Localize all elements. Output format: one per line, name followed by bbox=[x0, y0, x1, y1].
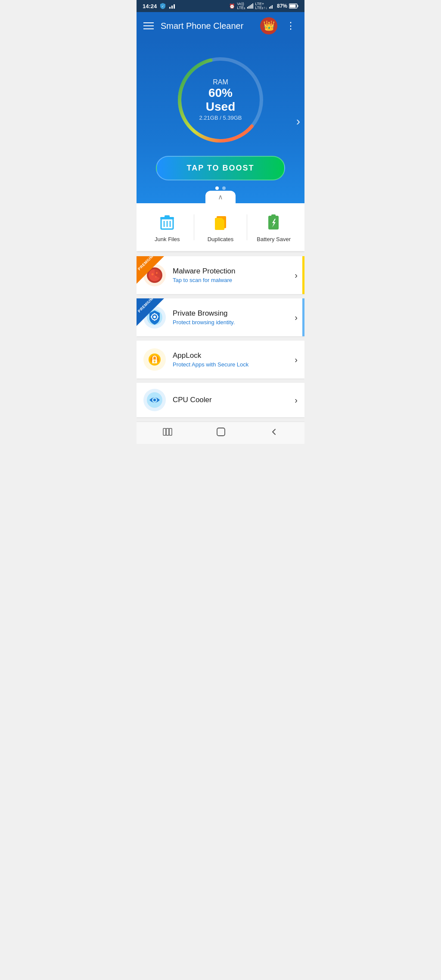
svg-rect-50 bbox=[166, 428, 169, 435]
malware-accent bbox=[302, 256, 304, 294]
svg-point-32 bbox=[155, 276, 157, 278]
signal1-icon bbox=[247, 3, 253, 9]
applock-title: AppLock bbox=[173, 351, 288, 360]
alarm-icon: ⏰ bbox=[229, 3, 235, 9]
applock-icon-wrap bbox=[143, 348, 166, 371]
applock-icon bbox=[146, 351, 163, 368]
svg-rect-3 bbox=[174, 4, 175, 9]
collapse-handle[interactable]: ∧ bbox=[205, 191, 236, 204]
private-browsing-icon-wrap bbox=[143, 306, 166, 329]
more-options-icon[interactable]: ⋮ bbox=[284, 19, 298, 33]
battery-icon bbox=[289, 3, 298, 9]
cpu-cooler-card[interactable]: CPU Cooler › bbox=[137, 383, 304, 417]
battery-percent: 87% bbox=[277, 3, 287, 9]
status-icons: ⏰ Vo))LTE₁ LTE+LTE₂↑↓ 87% bbox=[229, 2, 298, 10]
menu-icon[interactable] bbox=[143, 22, 154, 29]
svg-point-33 bbox=[147, 310, 162, 325]
status-bar: 14:24 ✓ ⏰ Vo))LTE₁ LTE+LTE₂↑↓ 87% bbox=[137, 0, 304, 12]
quick-action-battery-saver[interactable]: Battery Saver bbox=[247, 212, 300, 242]
signal2-icon bbox=[269, 3, 275, 9]
lte2-label: LTE+LTE₂↑↓ bbox=[255, 2, 267, 10]
svg-point-34 bbox=[152, 314, 158, 320]
premium-avatar[interactable]: 👑 bbox=[260, 17, 277, 34]
ram-circle-container: RAM 60% Used 2.21GB / 5.39GB bbox=[173, 53, 268, 147]
malware-icon bbox=[146, 267, 163, 284]
quick-actions-card: Junk Files Duplicates bbox=[137, 203, 304, 251]
svg-rect-45 bbox=[154, 361, 155, 363]
crown-emoji: 👑 bbox=[263, 20, 275, 31]
chevron-up-icon: ∧ bbox=[218, 194, 223, 201]
private-browsing-card[interactable]: PREMIUM Private Browsing Protect browsin… bbox=[137, 298, 304, 336]
cpu-icon bbox=[146, 391, 163, 409]
svg-rect-4 bbox=[247, 7, 248, 9]
private-browsing-title: Private Browsing bbox=[173, 309, 288, 318]
svg-rect-5 bbox=[248, 6, 249, 9]
boost-button[interactable]: TAP TO BOOST bbox=[156, 156, 285, 180]
svg-point-30 bbox=[152, 273, 154, 276]
svg-rect-14 bbox=[298, 5, 298, 7]
svg-rect-26 bbox=[271, 214, 276, 217]
svg-rect-9 bbox=[269, 7, 270, 9]
dot-1 bbox=[215, 186, 219, 190]
svg-rect-19 bbox=[165, 215, 170, 217]
malware-arrow: › bbox=[295, 270, 298, 280]
home-icon bbox=[216, 427, 226, 437]
hero-section: RAM 60% Used 2.21GB / 5.39GB › TAP TO BO… bbox=[137, 40, 304, 203]
battery-saver-icon bbox=[264, 212, 284, 233]
back-button[interactable] bbox=[261, 424, 287, 442]
svg-point-48 bbox=[153, 399, 156, 401]
hero-next-arrow[interactable]: › bbox=[296, 115, 300, 128]
svg-rect-10 bbox=[270, 6, 271, 9]
private-browsing-premium-label: PREMIUM bbox=[137, 298, 154, 313]
malware-text: Malware Protection Tap to scan for malwa… bbox=[173, 267, 288, 283]
malware-title: Malware Protection bbox=[173, 267, 288, 276]
duplicates-icon bbox=[210, 212, 231, 233]
malware-card[interactable]: PREMIUM Malware Protection Tap to scan f… bbox=[137, 256, 304, 294]
lte1-label: Vo))LTE₁ bbox=[237, 2, 245, 10]
ram-detail: 2.21GB / 5.39GB bbox=[199, 115, 242, 121]
svg-rect-51 bbox=[169, 428, 172, 435]
status-left: 14:24 ✓ bbox=[143, 3, 176, 9]
nav-bar bbox=[137, 422, 304, 444]
ram-text: RAM 60% Used 2.21GB / 5.39GB bbox=[197, 78, 244, 121]
svg-rect-1 bbox=[169, 7, 171, 9]
ram-label: RAM bbox=[213, 78, 228, 86]
cpu-text: CPU Cooler bbox=[173, 396, 288, 404]
private-browsing-text: Private Browsing Protect browsing identi… bbox=[173, 309, 288, 326]
malware-subtitle: Tap to scan for malware bbox=[173, 277, 288, 283]
cpu-title: CPU Cooler bbox=[173, 396, 288, 404]
svg-rect-13 bbox=[290, 5, 296, 8]
cpu-icon-wrap bbox=[143, 389, 166, 411]
quick-action-duplicates[interactable]: Duplicates bbox=[194, 212, 247, 242]
ram-percent: 60% Used bbox=[197, 86, 244, 114]
cpu-arrow: › bbox=[295, 395, 298, 405]
private-browsing-accent bbox=[302, 298, 304, 336]
svg-rect-8 bbox=[252, 3, 253, 9]
carousel-dots bbox=[215, 186, 226, 190]
battery-saver-label: Battery Saver bbox=[257, 236, 291, 242]
applock-card[interactable]: AppLock Protect Apps with Secure Lock › bbox=[137, 341, 304, 378]
shield-icon: ✓ bbox=[159, 3, 166, 9]
trash-icon bbox=[157, 212, 177, 233]
quick-action-junk-files[interactable]: Junk Files bbox=[141, 212, 194, 242]
svg-text:✓: ✓ bbox=[161, 5, 164, 8]
recent-apps-icon bbox=[163, 428, 172, 436]
svg-point-29 bbox=[149, 269, 161, 281]
private-browsing-arrow: › bbox=[295, 313, 298, 323]
svg-rect-24 bbox=[215, 218, 224, 230]
applock-subtitle: Protect Apps with Secure Lock bbox=[173, 361, 288, 368]
recent-apps-button[interactable] bbox=[154, 425, 181, 441]
back-icon bbox=[270, 428, 278, 436]
applock-text: AppLock Protect Apps with Secure Lock bbox=[173, 351, 288, 368]
svg-rect-7 bbox=[251, 4, 252, 9]
svg-rect-11 bbox=[272, 5, 273, 9]
malware-icon-wrap bbox=[143, 264, 166, 286]
svg-point-35 bbox=[153, 316, 156, 318]
home-button[interactable] bbox=[208, 424, 234, 442]
svg-point-31 bbox=[156, 272, 158, 274]
dot-2 bbox=[222, 186, 226, 190]
svg-rect-52 bbox=[217, 428, 225, 436]
applock-arrow: › bbox=[295, 355, 298, 365]
status-time: 14:24 bbox=[143, 3, 157, 9]
duplicates-label: Duplicates bbox=[208, 236, 234, 242]
